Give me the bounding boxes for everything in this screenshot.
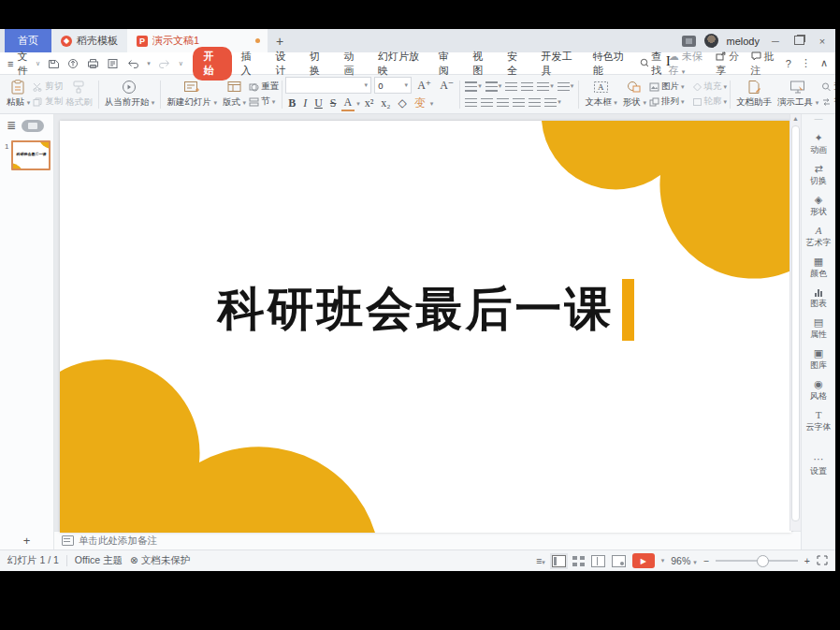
align-left-button[interactable] — [463, 96, 479, 109]
sidebar-item-animation[interactable]: ✦ 动画 — [810, 133, 827, 156]
sidebar-grip[interactable]: — — [815, 116, 823, 125]
close-button[interactable]: × — [815, 36, 830, 47]
zoom-slider-knob[interactable] — [757, 555, 769, 567]
outline-view-icon[interactable]: ≣ — [7, 119, 16, 132]
save-icon[interactable] — [48, 58, 60, 69]
increase-indent-button[interactable] — [519, 81, 535, 93]
add-slide-button[interactable]: + — [0, 532, 53, 549]
align-center-button[interactable] — [479, 96, 495, 109]
print-preview-icon[interactable] — [107, 58, 119, 69]
tab-insert[interactable]: 插入 — [232, 48, 267, 80]
export-icon[interactable] — [67, 58, 80, 69]
text-direction-button[interactable]: ▾ — [543, 96, 563, 109]
more-menu-icon[interactable]: ⋮ — [801, 57, 811, 69]
fill-button[interactable]: 填充 ▾ — [692, 81, 728, 93]
slide-title-text[interactable]: 科研班会最后一课 — [217, 278, 614, 341]
zoom-slider[interactable] — [716, 560, 798, 562]
sidebar-item-gallery[interactable]: ▣ 图库 — [810, 348, 827, 372]
columns-button[interactable]: ▾ — [556, 81, 576, 93]
share-button[interactable]: 分享 — [716, 50, 741, 78]
subscript-button[interactable]: x₂ — [378, 96, 393, 110]
font-color-button[interactable]: A — [341, 95, 355, 111]
section-button[interactable]: 节 ▾ — [249, 95, 279, 108]
doc-assistant-button[interactable]: 文档助手 — [733, 77, 775, 112]
comment-button[interactable]: 批注 — [751, 50, 776, 78]
font-color-dropdown-icon[interactable]: ▾ — [356, 100, 360, 108]
slide-sorter-view-button[interactable] — [572, 556, 585, 566]
tab-animation[interactable]: 动画 — [335, 48, 369, 80]
sidebar-item-colors[interactable]: ▦ 颜色 — [810, 256, 827, 280]
zoom-out-button[interactable]: − — [703, 555, 709, 566]
notes-bar[interactable]: 单击此处添加备注 — [54, 531, 801, 549]
play-from-current-button[interactable]: 从当前开始 ▾ — [102, 77, 158, 112]
sidebar-item-properties[interactable]: ▤ 属性 — [810, 317, 827, 341]
shapes-button[interactable]: 形状 ▾ — [620, 77, 649, 112]
notes-toggle-icon[interactable]: ≡▾ — [536, 555, 545, 566]
decrease-font-icon[interactable]: A⁻ — [437, 79, 456, 93]
slide-thumbnail-1[interactable]: 科研班会最后一课 — [11, 140, 51, 170]
cut-button[interactable]: 剪切 — [33, 81, 63, 93]
tab-design[interactable]: 设计 — [267, 48, 301, 80]
tab-devtools[interactable]: 开发工具 — [533, 48, 585, 80]
highlight-button[interactable]: 变 — [412, 95, 428, 111]
vertical-scrollbar[interactable]: ▲ — [789, 114, 801, 531]
window-layout-icon[interactable] — [682, 36, 696, 47]
sidebar-item-style[interactable]: ◉ 风格 — [810, 379, 827, 403]
numbering-button[interactable]: ▾ — [484, 81, 504, 93]
tab-docer-templates[interactable]: ◆ 稻壳模板 — [51, 29, 127, 52]
picture-button[interactable]: 图片 ▾ — [649, 81, 685, 93]
text-box-button[interactable]: A 文本框 ▾ — [582, 77, 620, 112]
scroll-up-icon[interactable]: ▲ — [790, 115, 801, 122]
pen-view-button[interactable] — [612, 555, 626, 567]
find-menu-button[interactable]: 查找 — [640, 50, 669, 78]
minimize-button[interactable]: ─ — [768, 36, 783, 47]
tab-slideshow[interactable]: 幻灯片放映 — [369, 48, 430, 80]
find-button[interactable]: 查找 — [821, 81, 835, 93]
arrange-button[interactable]: 排列 ▾ — [649, 95, 685, 108]
font-size-combobox[interactable]: 0▾ — [374, 77, 412, 94]
justify-button[interactable] — [511, 96, 527, 109]
sidebar-item-shapes[interactable]: ◈ 形状 — [810, 195, 827, 218]
reset-button[interactable]: 重置 — [249, 81, 279, 93]
tab-review[interactable]: 审阅 — [430, 48, 465, 80]
bullets-button[interactable]: ▾ — [463, 81, 484, 93]
replace-button[interactable]: 替换 ▾ — [821, 95, 835, 108]
superscript-button[interactable]: x² — [362, 96, 377, 110]
sidebar-item-settings[interactable]: ⋯ 设置 — [810, 454, 827, 477]
tab-security[interactable]: 安全 — [499, 48, 533, 80]
font-name-combobox[interactable]: ▾ — [285, 77, 371, 94]
bold-button[interactable]: B — [285, 96, 298, 110]
sidebar-item-cloud-fonts[interactable]: T 云字体 — [806, 410, 832, 433]
normal-view-button[interactable] — [552, 555, 566, 567]
strikethrough-button[interactable]: S — [327, 96, 340, 110]
paste-button[interactable]: 粘贴 ▾ — [4, 77, 33, 112]
line-spacing-button[interactable]: ▾ — [535, 81, 556, 93]
help-icon[interactable]: ? — [786, 58, 791, 69]
sidebar-item-charts[interactable]: 图表 — [810, 287, 827, 310]
text-effects-button[interactable]: ◇ — [395, 96, 409, 110]
theme-name[interactable]: Office 主题 — [75, 554, 123, 567]
align-right-button[interactable] — [495, 96, 511, 109]
copy-button[interactable]: 复制 — [33, 95, 63, 108]
tab-special-features[interactable]: 特色功能 — [585, 48, 636, 80]
reading-view-button[interactable] — [591, 555, 605, 567]
scrollbar-thumb[interactable] — [791, 125, 800, 521]
undo-dropdown-icon[interactable]: ▾ — [147, 60, 151, 67]
zoom-level[interactable]: 96% ▾ — [671, 555, 696, 566]
unsaved-status[interactable]: ☁ 未保存 ▾ — [669, 50, 707, 78]
undo-icon[interactable] — [126, 58, 139, 68]
file-menu[interactable]: ≡ 文件 ∨ — [7, 50, 40, 78]
thumbnail-view-toggle[interactable] — [22, 120, 44, 132]
format-painter-button[interactable]: 格式刷 — [63, 77, 95, 112]
more-commands-icon[interactable]: ∨ — [179, 60, 183, 67]
sidebar-item-wordart[interactable]: A 艺术字 — [806, 226, 832, 249]
layout-button[interactable]: 版式 ▾ — [220, 77, 249, 112]
tab-transition[interactable]: 切换 — [301, 48, 336, 80]
user-avatar[interactable] — [704, 34, 718, 48]
protection-status[interactable]: ⊗ 文档未保护 — [130, 554, 190, 567]
tab-view[interactable]: 视图 — [464, 48, 499, 80]
print-icon[interactable] — [87, 58, 99, 69]
redo-icon[interactable] — [158, 58, 171, 68]
collapse-ribbon-icon[interactable]: ∧ — [820, 57, 828, 69]
restore-button[interactable] — [791, 36, 806, 47]
